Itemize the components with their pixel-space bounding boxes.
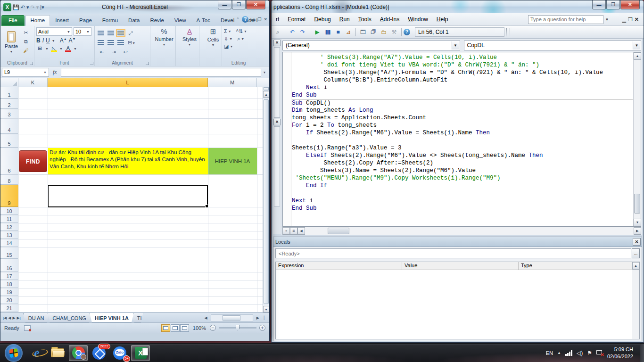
clock[interactable]: 5:09 CH 02/06/2022 xyxy=(607,346,633,360)
row-header-10[interactable]: 10 xyxy=(0,207,18,215)
break-icon[interactable]: ▮▮ xyxy=(323,28,332,36)
row-cells-10[interactable] xyxy=(18,207,263,215)
locals-column-expression[interactable]: Expression xyxy=(276,262,402,270)
grow-font-button[interactable]: A▲ xyxy=(60,37,67,44)
row-cells-18[interactable] xyxy=(18,280,263,288)
reset-icon[interactable]: ■ xyxy=(333,28,343,36)
vba-menu-run[interactable]: Run xyxy=(335,14,354,25)
row-header-12[interactable]: 12 xyxy=(0,223,18,231)
align-right-button[interactable] xyxy=(117,40,124,45)
taskbar-internet-explorer[interactable]: e xyxy=(27,345,46,361)
find-button[interactable]: FIND xyxy=(19,150,47,172)
ribbon-tab-data[interactable]: Data xyxy=(123,15,145,26)
sheet-tab-cham_cong[interactable]: CHAM_CONG xyxy=(47,313,91,322)
excel-minimize-button[interactable]: ▬ xyxy=(218,0,231,9)
start-button[interactable] xyxy=(5,344,23,362)
row-cells-8[interactable] xyxy=(18,175,263,185)
styles-button[interactable]: A̲ Styles ▼ xyxy=(178,27,201,46)
language-indicator[interactable]: EN xyxy=(546,350,553,356)
workbook-minimize-button[interactable]: ▬ xyxy=(251,17,255,22)
ribbon-tab-home[interactable]: Home xyxy=(25,15,50,26)
design-mode-icon[interactable]: ⊿ xyxy=(344,28,353,36)
properties-panel-close-icon[interactable]: ✕ xyxy=(273,119,281,125)
vba-menu-window[interactable]: Window xyxy=(404,14,432,25)
dialog-launcher-icon[interactable] xyxy=(90,62,93,65)
row-cells-1[interactable] xyxy=(18,87,263,99)
autosum-button[interactable]: Σ xyxy=(224,28,227,34)
object-dropdown[interactable]: (General) ▼ xyxy=(282,41,460,50)
cut-icon[interactable]: ✂ xyxy=(22,29,30,36)
code-margin-indicator-bar[interactable] xyxy=(283,52,291,226)
next-sheet-icon[interactable]: ▶ xyxy=(12,316,15,320)
toolbox-icon[interactable]: ⚒ xyxy=(389,28,399,36)
last-sheet-icon[interactable]: ▶| xyxy=(17,316,21,320)
tray-expand-icon[interactable]: ▲ xyxy=(557,351,561,355)
sheet-tab-ti[interactable]: TI xyxy=(132,313,143,322)
taskbar-app-2022[interactable]: 2022 xyxy=(90,345,108,361)
sheet-name-cell[interactable]: HIEP VINH 1A xyxy=(208,148,257,174)
vba-restore-button[interactable]: ❐ xyxy=(606,0,620,9)
mdi-restore-button[interactable]: ❐ xyxy=(628,16,633,23)
row-header-21[interactable]: 21 xyxy=(0,304,18,312)
row-cells-6[interactable]: Dự án: Khu tái định cư - dân cư Hiệp Vin… xyxy=(18,148,263,174)
excel-close-button[interactable]: ✕ xyxy=(246,0,265,9)
procedure-dropdown[interactable]: CopDL ▼ xyxy=(464,41,642,50)
macro-record-icon[interactable] xyxy=(24,325,31,331)
find-select-button[interactable]: ⌕ xyxy=(237,36,240,42)
ribbon-tab-a-toc[interactable]: A-Toc xyxy=(191,15,215,26)
tab-split-handle[interactable]: ▏ xyxy=(262,316,269,320)
font-size-combo[interactable]: 10▼ xyxy=(74,27,91,36)
sheet-vertical-scrollbar[interactable]: ▲ ▼ xyxy=(263,87,269,313)
ribbon-tab-file[interactable]: File xyxy=(1,15,25,26)
locals-column-type[interactable]: Type xyxy=(519,262,639,270)
scroll-left-icon[interactable]: ◀ xyxy=(297,227,305,235)
copy-icon[interactable]: ⧉ xyxy=(22,38,30,45)
row-header-6[interactable]: 6 xyxy=(0,148,18,174)
row-header-11[interactable]: 11 xyxy=(0,215,18,223)
row-cells-12[interactable] xyxy=(18,223,263,231)
save-icon[interactable]: 💾 xyxy=(13,4,19,10)
row-header-5[interactable]: 5 xyxy=(0,134,18,148)
toolbar-grip[interactable] xyxy=(506,28,510,36)
network-disconnected-icon[interactable]: ✕ xyxy=(596,350,603,356)
redo-icon[interactable]: ↷ ▾ xyxy=(31,4,39,10)
vba-help-search-input[interactable] xyxy=(528,15,603,24)
row-cells-20[interactable] xyxy=(18,296,263,304)
name-box[interactable]: L9▼ xyxy=(2,68,49,77)
action-center-flag-icon[interactable]: ⚑ xyxy=(587,350,592,356)
row-header-16[interactable]: 16 xyxy=(0,259,18,272)
code-horizontal-scrollbar[interactable]: ≡ ≣ ◀ ▶ xyxy=(282,227,641,235)
row-cells-3[interactable] xyxy=(18,109,263,118)
project-description-cell[interactable]: Dự án: Khu tái định cư - dân cư Hiệp Vin… xyxy=(48,148,208,174)
ribbon-tab-revie[interactable]: Revie xyxy=(145,15,169,26)
sort-filter-button[interactable]: ᴬ⇅ xyxy=(236,28,243,34)
decrease-indent-button[interactable]: ⇤ xyxy=(98,48,106,56)
vba-menu-format[interactable]: Format xyxy=(283,14,310,25)
column-header-M[interactable]: M xyxy=(208,78,257,87)
top-align-button[interactable] xyxy=(98,31,104,35)
code-editor[interactable]: ' Sheets(3).Range("A7").Value = Cells(10… xyxy=(282,52,641,227)
show-desktop-button[interactable] xyxy=(640,344,644,362)
clear-button[interactable]: ◪ xyxy=(224,43,229,49)
font-color-button[interactable]: A xyxy=(65,45,72,52)
row-header-19[interactable]: 19 xyxy=(0,288,18,296)
ribbon-tab-page[interactable]: Page xyxy=(74,15,97,26)
row-cells-21[interactable] xyxy=(18,304,263,312)
row-cells-16[interactable] xyxy=(18,259,263,272)
run-macro-icon[interactable]: ▶ xyxy=(313,28,322,36)
grid-rows[interactable]: 123456Dự án: Khu tái định cư - dân cư Hi… xyxy=(0,87,263,313)
column-header-K[interactable]: K xyxy=(18,78,48,87)
align-center-button[interactable] xyxy=(107,40,114,45)
row-cells-9[interactable] xyxy=(18,185,263,207)
hscroll-left-icon[interactable]: ◀ xyxy=(202,316,210,320)
formula-bar-expand-icon[interactable]: ▼ xyxy=(261,71,268,74)
locals-title-bar[interactable]: Locals ✕ xyxy=(273,237,642,247)
row-cells-17[interactable] xyxy=(18,272,263,280)
row-header-8[interactable]: 8 xyxy=(0,175,18,185)
undo-icon[interactable]: ↶ ▾ xyxy=(21,4,29,10)
row-cells-15[interactable] xyxy=(18,247,263,259)
dialog-launcher-icon[interactable] xyxy=(30,62,33,65)
callstack-browse-button[interactable]: ... xyxy=(632,248,640,258)
locals-close-icon[interactable]: ✕ xyxy=(633,238,641,246)
taskbar-excel[interactable]: X xyxy=(131,345,150,361)
